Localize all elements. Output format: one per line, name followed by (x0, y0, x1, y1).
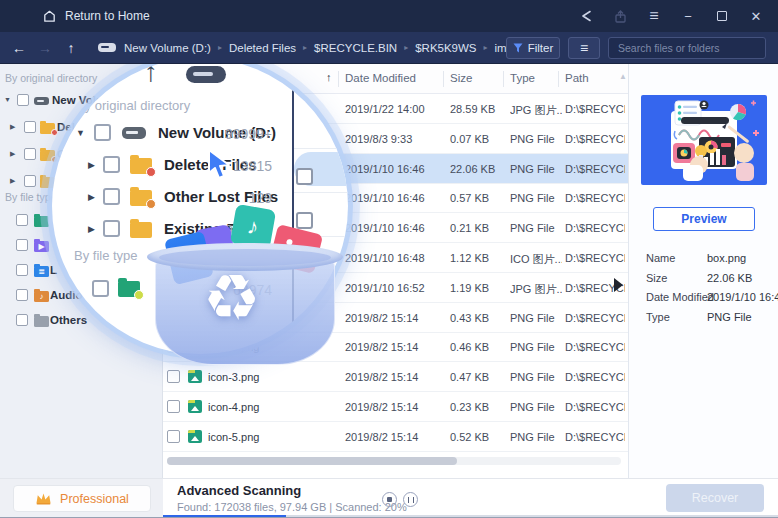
recycle-bin-illustration: W ♪ ♻ (145, 205, 340, 375)
detail-row: TypePNG File (629, 311, 778, 331)
drive-icon (98, 43, 116, 52)
file-size: 0.07 KB (450, 133, 489, 145)
filter-button[interactable]: Filter (506, 37, 560, 59)
magnified-checkbox[interactable] (296, 168, 313, 185)
table-row[interactable]: icon-4.png2019/8/2 15:140.23 KBPNG FileD… (163, 392, 628, 422)
view-menu-button[interactable]: ≡ (568, 37, 600, 59)
footer: Professional Advanced Scanning Found: 17… (0, 478, 778, 518)
scan-title: Advanced Scanning (177, 483, 301, 498)
checkbox[interactable] (16, 239, 28, 251)
professional-button[interactable]: Professional (13, 485, 151, 512)
png-file-icon (188, 400, 202, 413)
checkbox[interactable] (16, 264, 28, 276)
preview-panel: Preview Namebox.pngSize22.06 KBDate Modi… (628, 64, 778, 478)
checkbox[interactable] (16, 214, 28, 226)
file-size: 0.52 KB (450, 431, 489, 443)
file-path: D:\$RECYCLE. (565, 103, 625, 115)
tree-caret-icon[interactable]: ▶ (88, 224, 95, 234)
close-button[interactable]: ✕ (744, 4, 768, 28)
sidebar-section-directory: By original directory (5, 72, 97, 84)
file-path: D:\$RECYCLE.B (565, 252, 625, 264)
breadcrumb-item[interactable]: New Volume (D:) (124, 42, 211, 54)
checkbox[interactable] (24, 175, 36, 187)
checkbox[interactable] (94, 124, 111, 141)
tree-item-count: 99999+ (202, 126, 272, 142)
minimize-button[interactable]: − (676, 4, 700, 28)
sidebar-item-label: Audio (50, 289, 83, 301)
forward-button[interactable]: → (32, 40, 58, 56)
checkbox[interactable] (17, 94, 29, 106)
horizontal-scrollbar[interactable] (167, 457, 621, 465)
checkbox[interactable] (103, 188, 120, 205)
tree-caret-icon[interactable]: ▼ (4, 96, 11, 103)
file-date-modified: 2019/1/10 16:46 (345, 222, 425, 234)
breadcrumb-item[interactable]: $RECYCLE.BIN (314, 42, 397, 54)
breadcrumb-separator-icon: ▸ (484, 43, 488, 52)
checkbox[interactable] (167, 400, 180, 413)
tree-caret-icon[interactable]: ▶ (10, 177, 15, 185)
detail-label: Size (646, 272, 667, 284)
audio-folder-icon: ♪ (34, 291, 49, 302)
breadcrumb-separator-icon: ▸ (303, 43, 307, 52)
preview-button[interactable]: Preview (653, 207, 755, 231)
recover-button[interactable]: Recover (666, 484, 764, 512)
folder-deleted-icon (40, 123, 55, 134)
checkbox[interactable] (92, 280, 109, 297)
back-button[interactable]: ← (6, 40, 32, 56)
pause-scan-button[interactable] (403, 492, 418, 507)
share-icon[interactable] (574, 4, 598, 28)
mouse-cursor-icon (206, 148, 232, 180)
column-type[interactable]: Type (510, 72, 535, 84)
file-type: PNG File (510, 133, 562, 145)
search-box (608, 37, 766, 59)
return-home-button[interactable]: Return to Home (42, 9, 150, 24)
file-date-modified: 2019/8/3 9:33 (345, 133, 412, 145)
maximize-button[interactable] (710, 4, 734, 28)
checkbox[interactable] (24, 148, 36, 160)
magnifier-tree-item[interactable]: ▼New Volume (D:)99999+ (52, 118, 348, 148)
tree-caret-icon[interactable]: ▼ (76, 128, 85, 138)
file-date-modified: 2019/1/22 14:00 (345, 103, 425, 115)
sort-ascending-icon[interactable]: ↑ (326, 71, 332, 83)
column-path[interactable]: Path (565, 72, 589, 84)
file-size: 28.59 KB (450, 103, 495, 115)
file-date-modified: 2019/8/2 15:14 (345, 312, 418, 324)
checkbox[interactable] (16, 289, 28, 301)
search-input[interactable] (609, 42, 757, 54)
menu-icon[interactable]: ≡ (642, 4, 666, 28)
table-row[interactable]: icon-5.png2019/8/2 15:140.52 KBPNG FileD… (163, 422, 628, 452)
checkbox[interactable] (103, 156, 120, 173)
file-name: icon-4.png (208, 401, 259, 413)
file-type: PNG File (510, 222, 562, 234)
file-path: D:\$RECYCLE.B (565, 431, 625, 443)
detail-row: Namebox.png (629, 252, 778, 272)
tree-caret-icon[interactable]: ▶ (10, 123, 15, 131)
drive-icon (34, 97, 49, 105)
file-size: 22.06 KB (450, 163, 495, 175)
file-path: D:\$RECYCLE.B (565, 371, 625, 383)
checkbox[interactable] (16, 314, 28, 326)
export-icon[interactable] (608, 4, 632, 28)
breadcrumb-item[interactable]: $RK5K9WS (415, 42, 476, 54)
checkbox[interactable] (167, 430, 180, 443)
tree-caret-icon[interactable]: ▶ (10, 150, 15, 158)
panel-expander-icon[interactable] (614, 278, 623, 292)
app-window: Return to Home ≡ − ✕ ← → ↑ New Volume (D… (0, 0, 778, 518)
tree-caret-icon[interactable]: ▶ (88, 192, 95, 202)
up-button[interactable]: ↑ (58, 40, 84, 56)
scrollbar-thumb[interactable] (167, 457, 457, 465)
column-size[interactable]: Size (450, 72, 472, 84)
stop-scan-button[interactable] (382, 492, 397, 507)
sidebar-item-label: L (50, 264, 57, 276)
scroll-up-icon[interactable]: ▲ (619, 72, 627, 81)
breadcrumb-separator-icon: ▸ (404, 43, 408, 52)
tree-caret-icon[interactable]: ▶ (88, 160, 95, 170)
tree-item-count: 129 (202, 190, 272, 206)
documents-folder-icon: ≣ (34, 266, 49, 277)
checkbox[interactable] (24, 121, 36, 133)
file-type: PNG File (510, 192, 562, 204)
column-date-modified[interactable]: Date Modified (345, 72, 416, 84)
breadcrumb-item[interactable]: Deleted Files (229, 42, 296, 54)
checkbox[interactable] (103, 220, 120, 237)
file-date-modified: 2019/8/2 15:14 (345, 341, 418, 353)
